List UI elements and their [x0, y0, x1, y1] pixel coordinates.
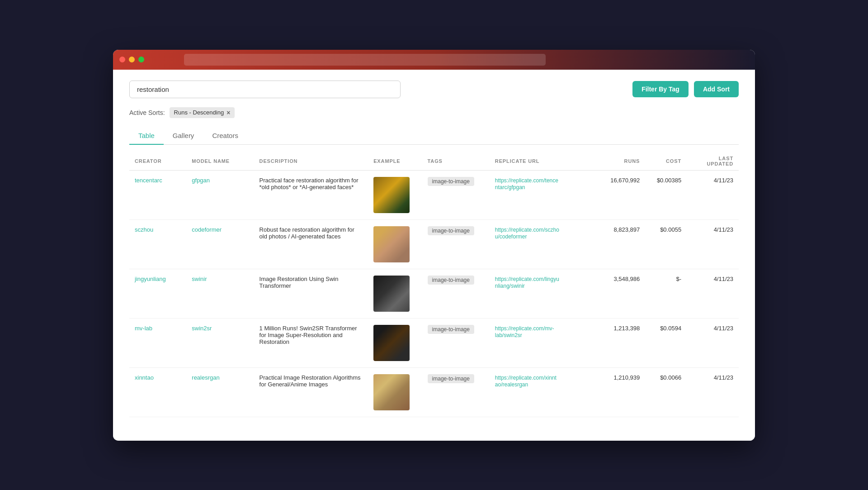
runs-cell: 16,670,992: [593, 170, 645, 219]
search-input[interactable]: [129, 81, 401, 98]
last-updated-cell: 4/11/23: [687, 219, 739, 269]
description-cell: Practical face restoration algorithm for…: [254, 170, 368, 219]
active-sorts-label: Active Sorts:: [129, 109, 165, 116]
description-cell: Image Restoration Using Swin Transformer: [254, 269, 368, 318]
tab-creators[interactable]: Creators: [203, 127, 247, 145]
filter-by-tag-button[interactable]: Filter By Tag: [632, 81, 689, 97]
col-header-url: REPLICATE URL: [490, 152, 594, 171]
table-row: sczhoucodeformerRobust face restoration …: [129, 219, 739, 269]
titlebar: [113, 50, 755, 70]
replicate-url-link[interactable]: https://replicate.com/sczhou/codeformer: [495, 227, 559, 240]
model-link[interactable]: swinir: [192, 276, 207, 282]
tab-table[interactable]: Table: [129, 127, 164, 145]
example-image: [373, 177, 410, 213]
main-window: Filter By Tag Add Sort Active Sorts: Run…: [113, 50, 755, 441]
remove-sort-button[interactable]: ×: [226, 109, 230, 116]
last-updated-cell: 4/11/23: [687, 318, 739, 367]
table-row: xinntaorealesrganPractical Image Restora…: [129, 367, 739, 417]
last-updated-cell: 4/11/23: [687, 170, 739, 219]
cost-cell: $-: [645, 269, 687, 318]
col-header-tags: TAGS: [422, 152, 490, 171]
example-image: [373, 374, 410, 410]
tabs: Table Gallery Creators: [129, 127, 739, 145]
sort-badge: Runs - Descending ×: [170, 107, 235, 118]
runs-cell: 1,210,939: [593, 367, 645, 417]
table-row: jingyunliangswinirImage Restoration Usin…: [129, 269, 739, 318]
models-table: CREATOR MODEL NAME DESCRIPTION EXAMPLE T…: [129, 152, 739, 417]
last-updated-cell: 4/11/23: [687, 367, 739, 417]
example-image: [373, 325, 410, 361]
description-cell: Robust face restoration algorithm for ol…: [254, 219, 368, 269]
table-row: mv-labswin2sr1 Million Runs! Swin2SR Tra…: [129, 318, 739, 367]
active-sorts-bar: Active Sorts: Runs - Descending ×: [129, 107, 739, 118]
description-cell: 1 Million Runs! Swin2SR Transformer for …: [254, 318, 368, 367]
tag-badge[interactable]: image-to-image: [428, 226, 474, 235]
cost-cell: $0.0055: [645, 219, 687, 269]
creator-link[interactable]: sczhou: [135, 226, 153, 233]
runs-cell: 3,548,986: [593, 269, 645, 318]
col-header-description: DESCRIPTION: [254, 152, 368, 171]
table-header-row: CREATOR MODEL NAME DESCRIPTION EXAMPLE T…: [129, 152, 739, 171]
url-bar[interactable]: [184, 54, 546, 66]
replicate-url-link[interactable]: https://replicate.com/lingyunliang/swini…: [495, 276, 559, 289]
col-header-model: MODEL NAME: [186, 152, 254, 171]
add-sort-button[interactable]: Add Sort: [694, 81, 739, 97]
runs-cell: 1,213,398: [593, 318, 645, 367]
replicate-url-link[interactable]: https://replicate.com/xinntao/realesrgan: [495, 375, 557, 388]
sort-value: Runs - Descending: [174, 109, 224, 116]
tab-gallery[interactable]: Gallery: [164, 127, 203, 145]
creator-link[interactable]: mv-lab: [135, 325, 152, 332]
tag-badge[interactable]: image-to-image: [428, 325, 474, 334]
tag-badge[interactable]: image-to-image: [428, 177, 474, 186]
example-image: [373, 276, 410, 312]
table-row: tencentarcgfpganPractical face restorati…: [129, 170, 739, 219]
creator-link[interactable]: jingyunliang: [135, 276, 166, 282]
creator-link[interactable]: xinntao: [135, 374, 154, 381]
example-image: [373, 226, 410, 262]
col-header-example: EXAMPLE: [368, 152, 422, 171]
main-content: Filter By Tag Add Sort Active Sorts: Run…: [113, 70, 755, 441]
runs-cell: 8,823,897: [593, 219, 645, 269]
col-header-last-updated: LAST UPDATED: [687, 152, 739, 171]
creator-link[interactable]: tencentarc: [135, 177, 162, 184]
model-link[interactable]: codeformer: [192, 226, 222, 233]
top-bar: Filter By Tag Add Sort: [129, 81, 739, 98]
last-updated-cell: 4/11/23: [687, 269, 739, 318]
col-header-cost: COST: [645, 152, 687, 171]
traffic-light-maximize[interactable]: [138, 57, 144, 62]
description-cell: Practical Image Restoration Algorithms f…: [254, 367, 368, 417]
replicate-url-link[interactable]: https://replicate.com/tencentarc/gfpgan: [495, 177, 558, 190]
tag-badge[interactable]: image-to-image: [428, 276, 474, 285]
model-link[interactable]: realesrgan: [192, 374, 219, 381]
cost-cell: $0.0066: [645, 367, 687, 417]
model-link[interactable]: gfpgan: [192, 177, 210, 184]
col-header-runs: RUNS: [593, 152, 645, 171]
cost-cell: $0.0594: [645, 318, 687, 367]
col-header-creator: CREATOR: [129, 152, 186, 171]
traffic-light-minimize[interactable]: [129, 57, 135, 62]
top-buttons: Filter By Tag Add Sort: [632, 81, 739, 97]
model-link[interactable]: swin2sr: [192, 325, 212, 332]
tag-badge[interactable]: image-to-image: [428, 374, 474, 383]
replicate-url-link[interactable]: https://replicate.com/mv-lab/swin2sr: [495, 325, 554, 338]
table-container: CREATOR MODEL NAME DESCRIPTION EXAMPLE T…: [129, 152, 739, 417]
cost-cell: $0.00385: [645, 170, 687, 219]
traffic-light-close[interactable]: [119, 57, 125, 62]
